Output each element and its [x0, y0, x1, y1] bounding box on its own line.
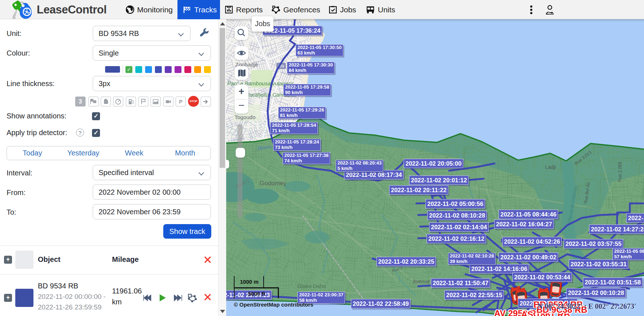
svg-text:Ladji: Ladji [545, 164, 556, 170]
svg-text:Togoudo: Togoudo [235, 114, 256, 120]
svg-text:Avenue: Avenue [413, 279, 430, 284]
svg-text:Diako Daho: Diako Daho [297, 283, 326, 289]
svg-text:Rue 2.069: Rue 2.069 [617, 162, 623, 182]
svg-text:Godomey: Godomey [260, 180, 287, 187]
